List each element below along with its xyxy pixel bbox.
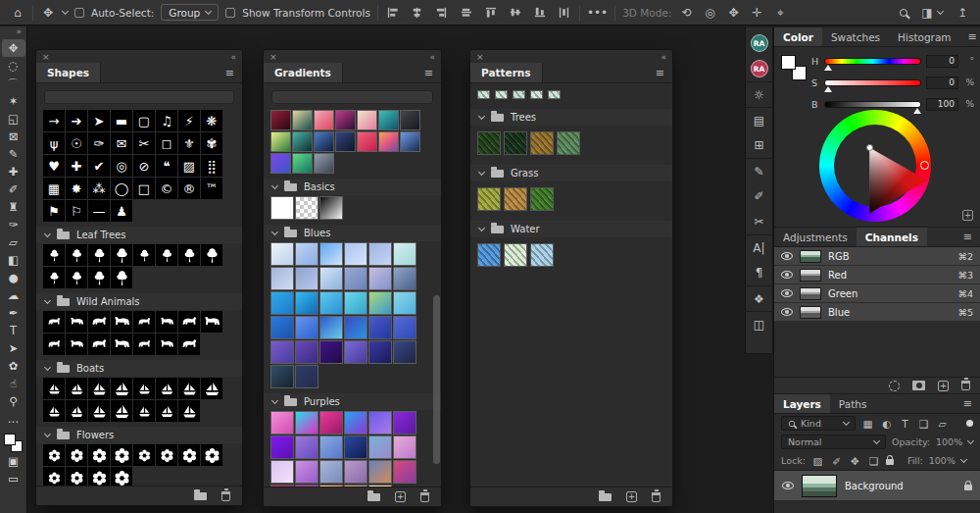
shape-thumbnail[interactable]: ❝ [156,155,177,177]
triangle-selector[interactable] [866,144,873,151]
save-selection-mask-icon[interactable] [912,381,925,390]
gradient-swatch[interactable] [270,460,294,484]
shape-thumbnail-flower[interactable] [88,444,110,466]
pen-tool[interactable]: ✒ [2,304,25,322]
new-group-folder-icon[interactable] [194,492,207,500]
shape-thumbnail-flower[interactable] [43,467,65,486]
blend-mode-dropdown[interactable]: Normal [781,435,886,449]
color-swatch-pair[interactable] [781,55,807,80]
auto-select-checkbox[interactable] [74,8,84,18]
saturation-slider[interactable] [824,79,921,86]
path-select-tool[interactable]: ➤ [2,339,25,357]
gradient-swatch[interactable] [270,291,294,315]
pattern-swatch[interactable] [504,243,527,267]
panel-menu-icon[interactable]: ≡ [218,63,242,82]
shape-thumbnail[interactable]: ™ [201,178,222,199]
distribute-horizontal-icon[interactable] [508,4,523,22]
notes-panel-icon[interactable]: ◫ [746,311,773,336]
shape-thumbnail[interactable]: ✂ [133,132,155,154]
gradient-tool[interactable]: ◧ [2,251,25,269]
gradient-swatch[interactable] [344,340,368,364]
gradient-swatch[interactable] [270,411,294,435]
pattern-swatch[interactable] [477,243,501,267]
shape-thumbnail-boat[interactable] [156,400,177,422]
shape-thumbnail[interactable]: ⁂ [88,178,110,199]
shape-thumbnail[interactable]: ▨ [178,155,200,177]
pattern-chip[interactable] [530,90,543,99]
chevron-down-icon[interactable] [960,456,967,463]
shape-thumbnail[interactable]: ✚ [66,155,87,177]
collapse-panel-icon[interactable]: « [429,52,435,62]
gradient-group-header-blues[interactable]: Blues [264,225,441,241]
gradient-swatch[interactable] [319,485,343,487]
delete-trash-icon[interactable] [420,492,429,502]
toolbar-ellipsis[interactable]: … [2,410,25,428]
gradient-swatch[interactable] [393,460,416,484]
custom-shape-tool[interactable]: ✿ [2,357,25,375]
align-vertical-centers-icon[interactable] [459,4,474,22]
gradient-swatch[interactable] [295,460,318,484]
close-panel-icon[interactable]: × [42,52,50,62]
gradient-swatch[interactable] [314,131,334,152]
gradient-swatch[interactable] [295,411,318,435]
shape-thumbnail[interactable]: ✑ [88,132,110,154]
panel-menu-icon[interactable]: ≡ [956,228,980,246]
tab-gradients[interactable]: Gradients [264,63,343,82]
share-panel-icon[interactable]: ❖ [746,285,773,311]
shape-thumbnail[interactable]: ♥ [43,155,65,177]
shape-thumbnail-animal[interactable] [178,311,200,333]
shape-thumbnail[interactable]: ✸ [66,178,87,199]
pattern-swatch[interactable] [504,131,527,155]
pattern-group-header-trees[interactable]: Trees [470,109,672,126]
gradient-swatch[interactable] [270,316,294,339]
shape-thumbnail-boat[interactable] [88,378,110,399]
quick-mask-icon[interactable]: ▣ [2,452,25,470]
foreground-color-swatch[interactable] [4,434,16,445]
gradient-swatch[interactable] [368,267,392,290]
visibility-eye-icon[interactable] [781,252,793,260]
tab-layers[interactable]: Layers [774,394,830,413]
shape-thumbnail-animal[interactable] [43,333,65,355]
libraries-panel-icon[interactable]: ▤ [746,107,773,132]
workspace-switcher[interactable]: ◨ [919,4,943,22]
shape-thumbnail[interactable]: ◻ [156,132,177,154]
align-top-edges-icon[interactable] [483,4,499,22]
tab-swatches[interactable]: Swatches [822,27,889,46]
collapse-panel-icon[interactable]: « [230,52,236,62]
shape-thumbnail-animal[interactable] [178,333,200,355]
layer-filter-kind-dropdown[interactable]: Kind [781,416,856,431]
shape-thumbnail-flower[interactable] [88,467,110,486]
3d-camera-icon[interactable]: ⌖ [772,4,788,22]
panel-menu-icon[interactable]: ≡ [960,27,980,46]
clone-source-panel-icon[interactable]: ⊞ [746,132,773,158]
gradient-swatch[interactable] [393,267,416,290]
shape-thumbnail-flower[interactable] [156,444,177,466]
panel-menu-icon[interactable]: ≡ [416,63,441,82]
new-gradient-icon[interactable]: + [395,491,406,502]
gradient-swatch[interactable] [292,131,313,152]
new-group-folder-icon[interactable] [599,493,612,501]
shape-thumbnail-animal[interactable] [111,333,132,355]
shape-thumbnail[interactable]: — [88,200,110,222]
eyedropper-tool[interactable]: ✎ [2,145,25,163]
eraser-tool[interactable]: ▱ [2,233,25,251]
align-bottom-edges-icon[interactable] [532,4,548,22]
shape-group-header-leaf-trees[interactable]: Leaf Trees [36,227,242,243]
screen-mode-icon[interactable]: ▭ [2,470,25,487]
shape-thumbnail[interactable]: ♟ [111,200,132,222]
tab-paths[interactable]: Paths [830,394,876,413]
gradient-swatch[interactable] [319,460,343,484]
shape-thumbnail-tree[interactable] [111,267,132,288]
gradient-group-header-basics[interactable]: Basics [264,179,441,195]
healing-brush-tool[interactable]: ✚ [2,163,25,180]
shape-thumbnail-animal[interactable] [111,311,132,333]
shape-thumbnail[interactable]: ✉ [111,132,132,154]
gradient-swatch[interactable] [292,110,313,130]
shape-thumbnail-boat[interactable] [178,400,200,422]
pattern-swatch[interactable] [477,187,501,211]
expand-panel-icon[interactable]: + [962,210,973,221]
pattern-chip[interactable] [495,90,508,99]
shape-thumbnail-flower[interactable] [66,444,87,466]
gradient-swatch[interactable] [319,242,343,266]
shape-group-header-boats[interactable]: Boats [36,360,242,377]
